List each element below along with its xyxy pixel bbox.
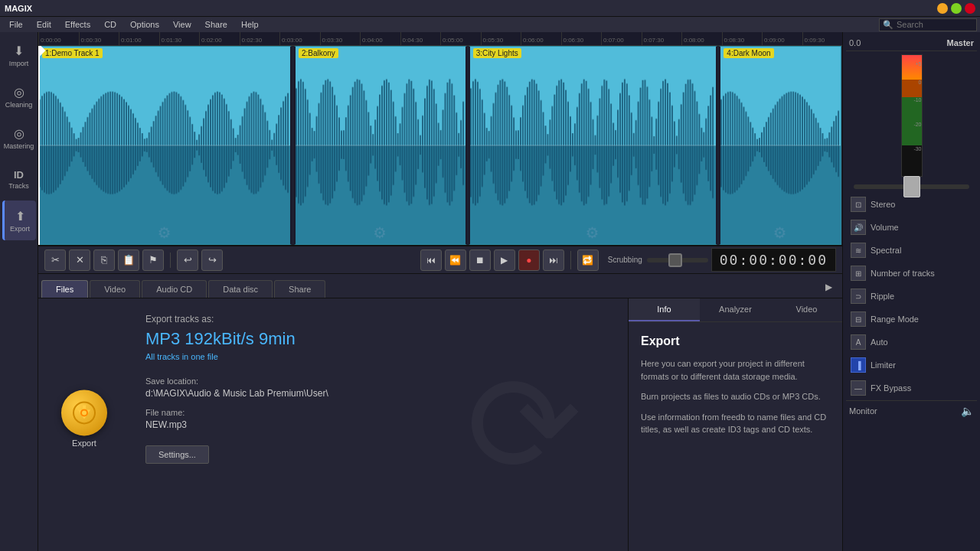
menu-share[interactable]: Share: [199, 19, 234, 30]
scroll-left-arrow[interactable]: ◀: [41, 246, 47, 246]
menubar: File Edit Effects CD Options View Share …: [0, 17, 980, 32]
track-label-1: 1:Demo Track 1: [42, 48, 103, 58]
export-icon-label: Export: [72, 439, 96, 448]
fader-section[interactable]: [846, 181, 977, 192]
minimize-btn[interactable]: [937, 3, 948, 14]
right-tab-analyzer[interactable]: Analyzer: [700, 298, 771, 321]
ruler-mark-12: 0:06:00: [521, 32, 561, 45]
tab-arrow[interactable]: ▶: [818, 276, 839, 298]
prev-btn[interactable]: ⏪: [445, 249, 466, 271]
delete-btn[interactable]: ✕: [69, 249, 90, 271]
monitor-volume-icon[interactable]: 🔈: [960, 404, 974, 418]
track-label-4: 4:Dark Moon: [724, 48, 773, 58]
menu-cd[interactable]: CD: [98, 19, 122, 30]
paste-btn[interactable]: 📋: [118, 249, 139, 271]
ruler-mark-15: 0:07:30: [642, 32, 682, 45]
content-panels: ⟳ Export: [38, 298, 842, 551]
monitor-section: Monitor 🔈: [846, 400, 977, 421]
mixer-option-range-mode[interactable]: ⊟ Range Mode: [848, 310, 975, 328]
menu-edit[interactable]: Edit: [31, 19, 57, 30]
stop-btn[interactable]: ⏹: [469, 249, 491, 271]
scrubbing-thumb[interactable]: [668, 253, 682, 267]
sidebar-item-mastering[interactable]: ◎ Mastering: [2, 118, 36, 158]
menu-help[interactable]: Help: [235, 19, 265, 30]
bottom-area: Files Video Audio CD Data disc Share ▶ ⟳: [38, 274, 842, 551]
redo-btn[interactable]: ↪: [201, 249, 223, 271]
right-tab-info[interactable]: Info: [629, 298, 700, 321]
copy-btn[interactable]: ⎘: [93, 249, 115, 271]
menu-effects[interactable]: Effects: [59, 19, 96, 30]
settings-button[interactable]: Settings...: [145, 445, 209, 464]
sidebar-item-import[interactable]: ⬇ Import: [2, 35, 36, 75]
timeline-scrollbar[interactable]: ◀ ▶ ⊞: [38, 245, 842, 246]
ruler-mark-11: 0:05:30: [481, 32, 521, 45]
edit-sep-1: [170, 253, 171, 268]
mixer-option-auto[interactable]: A Auto: [848, 333, 975, 351]
mixer-option-stereo[interactable]: ⊡ Stereo: [848, 195, 975, 214]
go-start-btn[interactable]: ⏮: [420, 249, 442, 271]
import-icon: ⬇: [14, 44, 24, 58]
scissors-btn[interactable]: ✂: [44, 249, 66, 271]
undo-btn[interactable]: ↩: [177, 249, 198, 271]
export-panel: ⟳ Export: [38, 298, 628, 551]
search-input[interactable]: [897, 20, 973, 29]
maximize-btn[interactable]: [951, 3, 962, 14]
limiter-label: Limiter: [871, 360, 896, 370]
next-btn[interactable]: ⏭: [543, 249, 564, 271]
export-icon-container: Export: [61, 390, 107, 448]
record-btn[interactable]: ●: [518, 249, 540, 271]
vu-meter: +5 0 -10 -20 -30: [901, 54, 923, 177]
info-para-1: Here you can export your project in diff…: [641, 357, 830, 383]
ruler-mark-0: 0:00:00: [38, 32, 79, 45]
tab-video[interactable]: Video: [90, 280, 140, 298]
ruler-mark-17: 0:08:30: [722, 32, 763, 45]
edit-toolbar: ✂ ✕ ⎘ 📋 ⚑ ↩ ↪ ⏮ ⏪ ⏹ ▶ ● ⏭ 🔁 Scrubbing: [38, 246, 842, 274]
marker-btn[interactable]: ⚑: [142, 249, 164, 271]
close-btn[interactable]: [965, 3, 975, 14]
mixer-option-volume[interactable]: 🔊 Volume: [848, 218, 975, 236]
tracks-icon: ID: [14, 169, 24, 181]
spectral-icon: ≋: [851, 243, 866, 258]
track-segment-1[interactable]: 1:Demo Track 1: [38, 46, 292, 245]
sidebar-item-export[interactable]: ⬆ Export: [2, 201, 36, 240]
sidebar-item-cleaning[interactable]: ◎ Cleaning: [2, 77, 36, 116]
tab-data-disc[interactable]: Data disc: [208, 280, 273, 298]
volume-label: Volume: [871, 223, 899, 232]
range-mode-label: Range Mode: [871, 315, 919, 324]
scrubbing-slider[interactable]: [647, 258, 708, 262]
mixer-option-ripple[interactable]: ⊃ Ripple: [848, 287, 975, 305]
export-tracks-label: Export tracks as:: [145, 314, 605, 324]
play-btn[interactable]: ▶: [494, 249, 515, 271]
mixer-option-limiter[interactable]: ▐ Limiter: [848, 356, 975, 374]
sidebar-item-tracks[interactable]: ID Tracks: [2, 159, 36, 199]
tab-share[interactable]: Share: [274, 280, 325, 298]
info-content: Export Here you can export your project …: [629, 322, 842, 551]
ruler-mark-13: 0:06:30: [561, 32, 602, 45]
loop-btn[interactable]: 🔁: [577, 249, 599, 271]
mixer-option-num-tracks[interactable]: ⊞ Number of tracks: [848, 264, 975, 282]
fader-track[interactable]: [854, 184, 969, 189]
ruler-mark-19: 0:09:30: [802, 32, 843, 45]
mixer-option-fx-bypass[interactable]: — FX Bypass: [848, 379, 975, 397]
save-location-value: d:\MAGIX\Audio & Music Lab Premium\User\: [145, 388, 605, 399]
right-tab-video[interactable]: Video: [771, 298, 842, 321]
stereo-label: Stereo: [871, 200, 895, 209]
export-icon: [61, 390, 107, 435]
mixer-option-spectral[interactable]: ≋ Spectral: [848, 241, 975, 259]
fader-thumb[interactable]: [903, 176, 920, 197]
right-mixer: 0.0 Master +5 0 -10 -20 -30: [842, 32, 980, 551]
menu-view[interactable]: View: [167, 19, 198, 30]
timeline-area: 0:00:00 0:00:30 0:01:00 0:01:30 0:02:00 …: [38, 32, 842, 246]
menu-options[interactable]: Options: [124, 19, 165, 30]
zoom-icon[interactable]: ⊞: [833, 246, 839, 246]
track-segment-2[interactable]: 2:Balkony: [294, 46, 467, 245]
ruler-mark-6: 0:03:00: [279, 32, 320, 45]
track-segment-3[interactable]: 3:City Lights: [469, 46, 718, 245]
track-label-2: 2:Balkony: [299, 48, 338, 58]
scroll-right-arrow[interactable]: ▶: [824, 246, 830, 246]
tab-files[interactable]: Files: [41, 280, 88, 298]
auto-label: Auto: [871, 337, 888, 347]
tab-audio-cd[interactable]: Audio CD: [142, 280, 207, 298]
track-segment-4[interactable]: 4:Dark Moon: [719, 46, 841, 245]
menu-file[interactable]: File: [3, 19, 29, 30]
